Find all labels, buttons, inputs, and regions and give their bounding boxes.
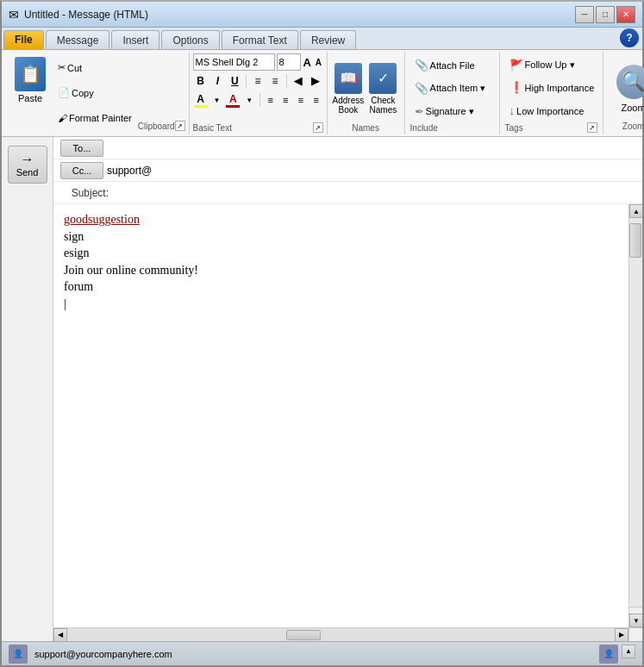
scroll-up-arrow[interactable]: ▲: [629, 204, 642, 218]
body-text-area[interactable]: goodsuggestion sign esign Join our onlin…: [53, 204, 628, 320]
names-group-label: Names: [352, 123, 379, 133]
tags-group-label: Tags: [505, 123, 523, 133]
to-button[interactable]: To...: [60, 140, 103, 157]
h-scroll-track: [67, 628, 615, 642]
scroll-thumb[interactable]: [629, 223, 641, 258]
high-importance-button[interactable]: ❗ High Importance: [505, 79, 597, 97]
underline-button[interactable]: U: [227, 72, 242, 90]
window-title: Untitled - Message (HTML): [24, 9, 148, 21]
tab-review[interactable]: Review: [300, 30, 356, 49]
horizontal-scrollbar: ◀ ▶: [53, 627, 642, 641]
tab-insert[interactable]: Insert: [111, 30, 159, 49]
font-color-button[interactable]: A: [225, 92, 241, 109]
tab-message[interactable]: Message: [46, 30, 110, 49]
email-right-panel: To... Cc... Subject: goodsuggesti: [53, 137, 642, 641]
help-button[interactable]: ?: [620, 28, 639, 47]
app-icon: ✉: [9, 8, 19, 22]
cut-button[interactable]: ✂ Cut: [53, 59, 136, 77]
window-controls: ─ □ ✕: [575, 6, 635, 23]
clipboard-group-label: Clipboard: [138, 122, 175, 131]
bullets-button[interactable]: ≡: [250, 72, 266, 90]
align-right-button[interactable]: ≡: [294, 91, 308, 109]
body-cursor-line: [64, 296, 618, 313]
scroll-divider: [629, 607, 642, 614]
font-size-input[interactable]: [277, 53, 301, 71]
zoom-button[interactable]: 🔍 Zoom: [616, 55, 644, 122]
attach-item-button[interactable]: 📎 Attach Item ▾: [410, 80, 494, 97]
copy-button[interactable]: 📄 Copy: [53, 84, 136, 102]
email-compose-area: → Send To... Cc... Subject:: [2, 137, 642, 641]
body-wrapper: goodsuggestion sign esign Join our onlin…: [53, 204, 642, 627]
status-email: support@yourcompanyhere.com: [34, 649, 172, 659]
highlight-color-button[interactable]: A: [193, 92, 209, 109]
font-name-input[interactable]: [193, 53, 275, 71]
include-group-label: Include: [410, 123, 494, 133]
paste-button[interactable]: 📋 Paste: [9, 53, 52, 133]
follow-up-button[interactable]: 🚩 Follow Up ▾: [505, 56, 597, 73]
send-button[interactable]: → Send: [8, 146, 47, 184]
cc-input[interactable]: [107, 165, 635, 177]
subject-input[interactable]: [112, 187, 635, 199]
status-bar: 👤 support@yourcompanyhere.com 👤 ▲: [2, 641, 642, 665]
body-join: Join our online community!: [64, 262, 618, 279]
align-center-button[interactable]: ≡: [278, 91, 292, 109]
cc-button[interactable]: Cc...: [60, 162, 103, 179]
address-book-button[interactable]: 📖 Address Book: [333, 63, 365, 115]
dropdown-arrow-highlight[interactable]: ▼: [210, 91, 224, 109]
check-names-button[interactable]: ✓ Check Names: [367, 63, 398, 115]
status-avatar-left: 👤: [9, 645, 28, 664]
tab-bar: File Message Insert Options Format Text …: [2, 28, 642, 50]
status-up-button[interactable]: ▲: [622, 645, 635, 658]
decrease-font-button[interactable]: A: [314, 53, 323, 71]
attach-file-button[interactable]: 📎 Attach File: [410, 57, 494, 74]
increase-indent-button[interactable]: ▶: [308, 72, 323, 90]
main-window: ✉ Untitled - Message (HTML) ─ □ ✕ File M…: [0, 0, 644, 667]
vertical-scrollbar: ▲ ▼: [628, 204, 642, 627]
status-avatar-right: 👤: [599, 645, 618, 664]
ribbon-content-area: 📋 Paste ✂ Cut 📄 Copy 🖌 Format Painter Cl…: [2, 50, 642, 136]
to-input[interactable]: [107, 142, 635, 154]
bold-button[interactable]: B: [193, 72, 209, 90]
minimize-button[interactable]: ─: [575, 6, 594, 23]
cc-field-row: Cc...: [53, 159, 642, 182]
basic-text-group-expand[interactable]: ↗: [313, 122, 323, 133]
close-button[interactable]: ✕: [616, 6, 635, 23]
body-sign: sign: [64, 228, 618, 246]
send-panel: → Send: [2, 137, 53, 641]
tab-file[interactable]: File: [3, 30, 44, 49]
numbering-button[interactable]: ≡: [267, 72, 283, 90]
align-justify-button[interactable]: ≡: [309, 91, 323, 109]
scroll-left-arrow[interactable]: ◀: [53, 628, 67, 642]
goodsuggestion-link[interactable]: goodsuggestion: [64, 213, 140, 226]
signature-button[interactable]: ✒ Signature ▾: [410, 103, 494, 121]
clipboard-group-expand[interactable]: ↗: [175, 121, 185, 131]
h-scroll-thumb[interactable]: [286, 630, 321, 640]
body-esign: esign: [64, 245, 618, 262]
align-left-button[interactable]: ≡: [264, 91, 278, 109]
basic-text-group-label: Basic Text: [193, 123, 232, 133]
title-bar: ✉ Untitled - Message (HTML) ─ □ ✕: [2, 2, 642, 28]
body-forum: forum: [64, 278, 618, 296]
body-content: goodsuggestion sign esign Join our onlin…: [64, 211, 618, 313]
email-body[interactable]: goodsuggestion sign esign Join our onlin…: [53, 204, 628, 627]
increase-font-button[interactable]: A: [303, 53, 312, 71]
subject-label: Subject:: [60, 187, 112, 199]
ribbon: File Message Insert Options Format Text …: [2, 28, 642, 137]
zoom-group-label: Zoom: [622, 122, 644, 131]
scrollbar-corner: [628, 628, 642, 642]
tags-group-expand[interactable]: ↗: [587, 122, 597, 133]
scroll-right-arrow[interactable]: ▶: [615, 628, 628, 642]
low-importance-button[interactable]: ↓ Low Importance: [505, 103, 597, 120]
format-painter-button[interactable]: 🖌 Format Painter: [53, 109, 136, 127]
italic-button[interactable]: I: [209, 72, 225, 90]
paste-label: Paste: [18, 93, 42, 103]
scroll-down-arrow[interactable]: ▼: [629, 614, 642, 627]
email-fields: To... Cc... Subject:: [53, 137, 642, 204]
dropdown-arrow-fontcolor[interactable]: ▼: [242, 91, 256, 109]
tab-options[interactable]: Options: [161, 30, 219, 49]
to-field-row: To...: [53, 137, 642, 159]
maximize-button[interactable]: □: [596, 6, 615, 23]
decrease-indent-button[interactable]: ◀: [291, 72, 306, 90]
tab-format-text[interactable]: Format Text: [222, 30, 298, 49]
subject-field-row: Subject:: [53, 182, 642, 204]
